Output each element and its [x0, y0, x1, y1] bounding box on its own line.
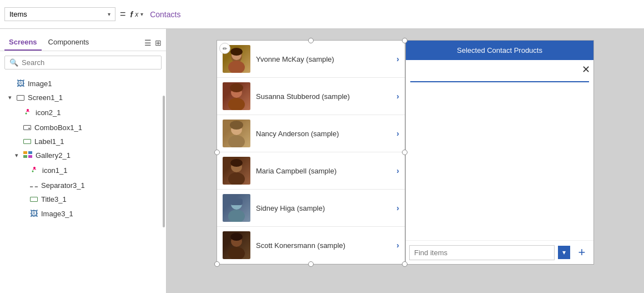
- contact-name: Nancy Anderson (sample): [256, 130, 391, 138]
- tree-item-gallery2_1[interactable]: ▾ Gallery2_1: [0, 148, 166, 162]
- chevron-right-icon: ›: [396, 54, 399, 63]
- gallery-item-yvonne[interactable]: Yvonne McKay (sample) ›: [217, 41, 405, 78]
- expand-icon: ▾: [13, 152, 20, 159]
- tree: 🖼 Image1 ▾ Screen1_1 icon2_1: [0, 74, 166, 223]
- canvas-content: ✏ Yvonne McKay (sample) ›: [217, 40, 594, 265]
- tabs-bar: Screens Components ☰ ⊞: [0, 29, 166, 51]
- left-panel: Screens Components ☰ ⊞ 🔍 🖼 Image1: [0, 29, 167, 293]
- right-panel-body: ✕: [406, 60, 593, 240]
- gallery-item-maria[interactable]: Maria Campbell (sample) ›: [217, 152, 405, 190]
- svg-rect-5: [28, 155, 32, 158]
- search-input[interactable]: [22, 58, 157, 67]
- svg-point-24: [228, 247, 245, 259]
- screen-icon: [17, 95, 24, 101]
- right-panel-header: Selected Contact Products: [406, 41, 593, 60]
- tree-label: icon1_1: [42, 166, 162, 175]
- tree-item-image3_1[interactable]: 🖼 Image3_1: [0, 206, 166, 221]
- label-icon: [30, 197, 38, 202]
- tree-item-title3_1[interactable]: Title3_1: [0, 192, 166, 206]
- svg-rect-2: [23, 151, 27, 154]
- avatar-susanna: [223, 82, 250, 110]
- svg-point-18: [228, 172, 245, 185]
- handle-bottom-right[interactable]: [402, 261, 407, 267]
- tab-components[interactable]: Components: [44, 34, 94, 51]
- chevron-right-icon: ›: [396, 241, 399, 250]
- dropdown-chevron-icon: ▾: [108, 11, 110, 17]
- tab-screens[interactable]: Screens: [4, 34, 42, 51]
- tree-label: Image1: [28, 80, 162, 88]
- find-items-input[interactable]: [409, 245, 555, 260]
- contact-name: Maria Campbell (sample): [256, 167, 391, 175]
- add-item-button[interactable]: +: [573, 244, 590, 261]
- svg-rect-23: [230, 198, 243, 205]
- tree-item-icon2_1[interactable]: icon2_1: [0, 105, 166, 121]
- tree-label: Screen1_1: [28, 93, 162, 102]
- svg-point-15: [228, 135, 245, 147]
- main-area: Screens Components ☰ ⊞ 🔍 🖼 Image1: [0, 29, 644, 293]
- tree-item-combobox1_1[interactable]: ▾ ComboBox1_1: [0, 121, 166, 135]
- svg-point-17: [230, 121, 243, 130]
- tree-label: Gallery2_1: [36, 151, 162, 160]
- svg-point-12: [228, 98, 245, 110]
- tree-item-separator3_1[interactable]: Separator3_1: [0, 178, 166, 192]
- gallery-item-nancy[interactable]: Nancy Anderson (sample) ›: [217, 115, 405, 152]
- chevron-right-icon: ›: [396, 166, 399, 175]
- right-panel-footer: ▾ +: [406, 240, 593, 264]
- gallery-item-scott[interactable]: Scott Konersmann (sample) ›: [217, 227, 405, 264]
- svg-point-6: [33, 167, 36, 169]
- contact-name: Yvonne McKay (sample): [256, 55, 391, 63]
- items-label: Items: [9, 10, 27, 18]
- handle-bottom-left[interactable]: [214, 261, 220, 267]
- chevron-right-icon: ›: [396, 92, 399, 101]
- chevron-right-icon: ›: [396, 203, 399, 212]
- equals-sign: =: [120, 8, 126, 20]
- svg-point-26: [230, 233, 243, 241]
- tree-label: Separator3_1: [41, 181, 162, 190]
- contact-name: Scott Konersmann (sample): [256, 241, 391, 250]
- svg-rect-4: [23, 155, 27, 158]
- separator-icon: [30, 186, 38, 187]
- avatar-scott: [223, 231, 250, 259]
- gallery-icon: [23, 151, 32, 160]
- tree-item-label1_1[interactable]: Label1_1: [0, 135, 166, 148]
- handle-bottom[interactable]: [308, 261, 314, 267]
- svg-point-20: [230, 159, 243, 167]
- avatar-maria: [223, 157, 250, 185]
- handle-right-mid[interactable]: [402, 150, 407, 155]
- contact-name: Sidney Higa (sample): [256, 204, 391, 212]
- handle-top[interactable]: [308, 38, 314, 43]
- contact-name: Susanna Stubberod (sample): [256, 92, 391, 101]
- find-dropdown-button[interactable]: ▾: [558, 246, 570, 259]
- gallery-item-sidney[interactable]: Sidney Higa (sample) ›: [217, 190, 405, 227]
- items-dropdown[interactable]: Items ▾: [4, 7, 115, 21]
- avatar-nancy: [223, 120, 250, 147]
- tree-item-screen1_1[interactable]: ▾ Screen1_1: [0, 91, 166, 105]
- formula-value: Contacts: [150, 10, 180, 19]
- icon-glyph: [30, 165, 39, 176]
- divider-line: [410, 81, 589, 82]
- svg-point-21: [228, 210, 245, 222]
- fx-chevron-icon[interactable]: ▾: [140, 11, 143, 17]
- tree-label: Label1_1: [34, 137, 162, 146]
- list-view-icon[interactable]: ☰: [144, 38, 152, 47]
- tree-item-icon1_1[interactable]: icon1_1: [0, 162, 166, 178]
- handle-left[interactable]: [214, 150, 220, 155]
- svg-point-11: [230, 48, 243, 56]
- close-button[interactable]: ✕: [582, 63, 590, 76]
- gallery-item-susanna[interactable]: Susanna Stubberod (sample) ›: [217, 78, 405, 115]
- scrollbar[interactable]: [163, 96, 165, 227]
- combobox-icon: ▾: [23, 125, 31, 130]
- tree-label: Image3_1: [41, 210, 162, 218]
- svg-point-0: [27, 109, 29, 111]
- formula-bar: fx ▾ Contacts: [130, 10, 640, 19]
- tree-item-image1[interactable]: 🖼 Image1: [0, 76, 166, 91]
- edit-icon[interactable]: ✏: [219, 43, 230, 54]
- grid-view-icon[interactable]: ⊞: [155, 38, 162, 47]
- search-box[interactable]: 🔍: [4, 56, 162, 69]
- handle-top-right[interactable]: [402, 38, 407, 43]
- label-icon: [23, 139, 31, 144]
- right-panel: Selected Contact Products ✕ ▾ +: [405, 40, 594, 265]
- svg-point-14: [230, 83, 243, 92]
- tab-icons: ☰ ⊞: [144, 38, 162, 51]
- avatar-sidney: [223, 194, 250, 222]
